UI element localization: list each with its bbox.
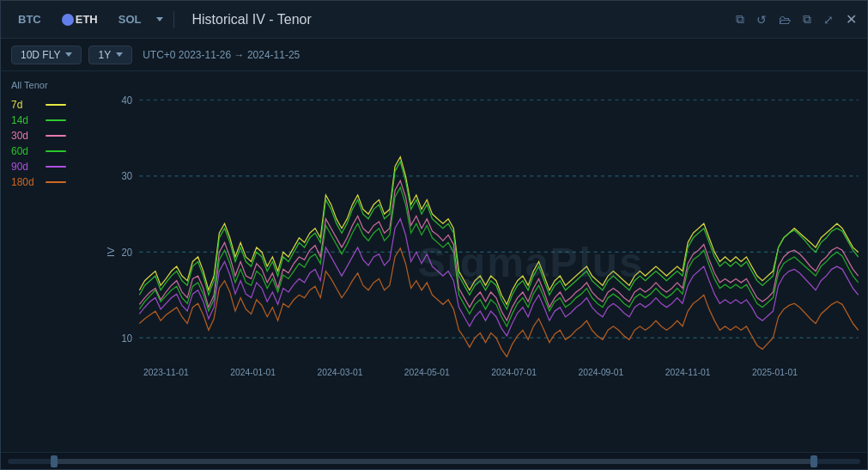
- legend-item-14d: 14d: [11, 114, 94, 126]
- copy-icon[interactable]: ⧉: [803, 12, 811, 27]
- legend: All Tenor 7d 14d 30d 60d 90d 1: [1, 71, 104, 452]
- svg-text:2024-01-01: 2024-01-01: [230, 367, 276, 377]
- svg-text:2024-03-01: 2024-03-01: [318, 367, 363, 377]
- legend-label-7d: 7d: [11, 99, 39, 111]
- period-dropdown-arrow: [116, 52, 123, 57]
- app-container: BTC ETH SOL Historical IV - Tenor ⧉ ↺ 🗁 …: [0, 0, 868, 470]
- close-icon[interactable]: ✕: [846, 11, 857, 27]
- svg-text:2024-09-01: 2024-09-01: [578, 367, 623, 377]
- svg-text:2024-07-01: 2024-07-01: [491, 367, 537, 377]
- line-30d: [139, 180, 858, 320]
- sol-button[interactable]: SOL: [112, 10, 149, 28]
- scroll-handle-right[interactable]: [810, 455, 817, 467]
- main-content: All Tenor 7d 14d 30d 60d 90d 1: [1, 71, 867, 452]
- legend-item-60d: 60d: [11, 145, 94, 157]
- fly-label: 10D FLY: [21, 49, 60, 61]
- period-selector[interactable]: 1Y: [88, 46, 132, 64]
- fly-dropdown-arrow: [65, 52, 72, 57]
- legend-line-90d: [46, 166, 66, 168]
- scrollbar-thumb[interactable]: [51, 459, 818, 464]
- fly-selector[interactable]: 10D FLY: [11, 46, 82, 64]
- external-link-icon[interactable]: ⧉: [736, 12, 744, 27]
- header-left: BTC ETH SOL Historical IV - Tenor: [11, 10, 312, 29]
- legend-item-30d: 30d: [11, 130, 94, 142]
- legend-label-14d: 14d: [11, 114, 39, 126]
- period-label: 1Y: [98, 49, 111, 61]
- svg-text:2025-01-01: 2025-01-01: [752, 367, 798, 377]
- legend-line-7d: [46, 104, 66, 106]
- header-actions: ⧉ ↺ 🗁 ⧉ ⤢ ✕: [736, 11, 857, 27]
- refresh-icon[interactable]: ↺: [756, 13, 767, 27]
- toolbar: 10D FLY 1Y UTC+0 2023-11-26 → 2024-11-25: [1, 39, 867, 71]
- legend-title: All Tenor: [11, 80, 94, 90]
- svg-text:IV: IV: [106, 247, 117, 258]
- svg-text:2024-05-01: 2024-05-01: [404, 367, 450, 377]
- scroll-handle-left[interactable]: [51, 455, 58, 467]
- page-title: Historical IV - Tenor: [191, 12, 311, 27]
- eth-icon: [62, 14, 74, 26]
- legend-line-180d: [46, 181, 66, 183]
- line-90d: [139, 219, 858, 336]
- coin-dropdown-arrow[interactable]: [156, 17, 163, 21]
- legend-line-60d: [46, 150, 66, 152]
- scrollbar-area: [1, 452, 867, 469]
- btc-button[interactable]: BTC: [11, 10, 48, 28]
- legend-item-90d: 90d: [11, 161, 94, 173]
- scrollbar-track[interactable]: [8, 459, 860, 464]
- legend-label-60d: 60d: [11, 145, 39, 157]
- legend-item-180d: 180d: [11, 176, 94, 188]
- svg-text:2024-11-01: 2024-11-01: [665, 367, 711, 377]
- svg-text:20: 20: [121, 246, 132, 257]
- legend-line-14d: [46, 119, 66, 121]
- header-divider: [173, 11, 174, 28]
- date-range: UTC+0 2023-11-26 → 2024-11-25: [143, 49, 300, 61]
- legend-label-90d: 90d: [11, 161, 39, 173]
- legend-label-30d: 30d: [11, 130, 39, 142]
- legend-line-30d: [46, 135, 66, 137]
- chart-svg: 40 30 20 10 IV 2023-11-01 2024-01-01 202…: [104, 71, 867, 452]
- legend-item-7d: 7d: [11, 99, 94, 111]
- svg-text:2023-11-01: 2023-11-01: [143, 367, 189, 377]
- legend-label-180d: 180d: [11, 176, 39, 188]
- chart-area: SigmaPlus 40 30 20 10 IV 2023-11-01 2024…: [104, 71, 867, 452]
- header: BTC ETH SOL Historical IV - Tenor ⧉ ↺ 🗁 …: [1, 1, 867, 39]
- eth-button[interactable]: ETH: [55, 10, 105, 29]
- svg-text:30: 30: [121, 170, 132, 181]
- folder-icon[interactable]: 🗁: [779, 13, 791, 27]
- svg-text:40: 40: [121, 94, 132, 105]
- line-7d: [139, 157, 858, 305]
- svg-text:10: 10: [121, 332, 132, 343]
- expand-icon[interactable]: ⤢: [823, 13, 834, 27]
